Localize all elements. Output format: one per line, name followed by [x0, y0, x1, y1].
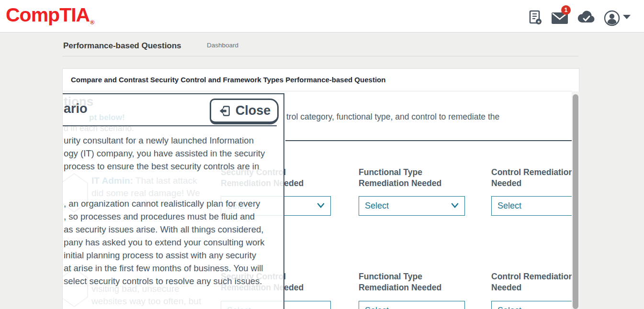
question-title-bar: Compare and Contrast Security Control an… [63, 69, 572, 91]
modal-paragraph-line: , so processes and procedures must be fl… [64, 211, 255, 222]
modal-paragraph-line: initial planning process to assist with … [64, 250, 256, 261]
modal-paragraph-line: urity consultant for a newly launched In… [64, 135, 254, 146]
svg-text:★: ★ [537, 20, 540, 24]
caret-down-icon[interactable] [623, 15, 631, 19]
mail-unread-badge: 1 [561, 5, 571, 15]
question-title: Compare and Contrast Security Control an… [71, 76, 385, 84]
modal-paragraph-line: process to ensure the best security cont… [64, 161, 259, 172]
modal-paragraph-line: as security issues arise. With all thing… [64, 224, 263, 235]
comptia-logo[interactable]: CompTIA® [6, 4, 93, 26]
app-header: CompTIA® ★ 1 [0, 0, 644, 33]
label-functional-type: Functional TypeRemediation Needed [359, 167, 441, 189]
modal-paragraph-line: select security controls to resolve any … [64, 276, 262, 287]
account-icon[interactable] [603, 10, 621, 27]
brand-text: CompTIA [6, 4, 90, 26]
modal-paragraph-line: at arise in the first few months of busi… [64, 263, 263, 274]
label-control-remediation: Control RemediationNeeded [491, 271, 572, 293]
page-divider [62, 56, 578, 56]
close-button-label: Close [236, 103, 271, 118]
question-card: tions pt below! trol category, functiona… [62, 68, 579, 309]
scrollbar-track[interactable] [572, 91, 579, 309]
functional-type-select[interactable]: Select [359, 301, 465, 309]
modal-title-fragment: ario [64, 101, 88, 116]
modal-title-divider [63, 125, 277, 126]
scenario-modal: ario Close urity consultant for a newly … [63, 93, 284, 309]
page-title: Performance-based Questions [63, 41, 181, 51]
cloud-check-icon[interactable] [577, 10, 594, 27]
control-remediation-select[interactable]: Select [491, 301, 572, 309]
notes-icon[interactable]: ★ [527, 10, 544, 27]
registered-mark: ® [90, 19, 94, 26]
scrollbar-thumb[interactable] [573, 94, 578, 309]
breadcrumb-dashboard[interactable]: Dashboard [207, 42, 238, 49]
label-functional-type: Functional TypeRemediation Needed [359, 271, 441, 293]
exit-icon [218, 104, 231, 118]
modal-paragraph-line: ogy (IT) company, you have assisted in t… [64, 148, 265, 159]
close-button[interactable]: Close [210, 99, 279, 124]
instruction-text: trol category, functional type, and cont… [286, 112, 499, 122]
mail-icon[interactable]: 1 [551, 10, 568, 27]
section-divider [285, 140, 572, 141]
label-control-remediation: Control RemediationNeeded [491, 167, 572, 189]
chevron-down-icon [317, 203, 325, 209]
chevron-down-icon [451, 203, 459, 209]
modal-paragraph-line: , an organization cannot realistically p… [64, 199, 260, 209]
control-remediation-select[interactable]: Select [491, 196, 572, 216]
functional-type-select[interactable]: Select [359, 196, 465, 216]
modal-paragraph-line: pany has asked you to extend your consul… [64, 237, 265, 248]
card-content-clip: tions pt below! trol category, functiona… [63, 69, 572, 309]
